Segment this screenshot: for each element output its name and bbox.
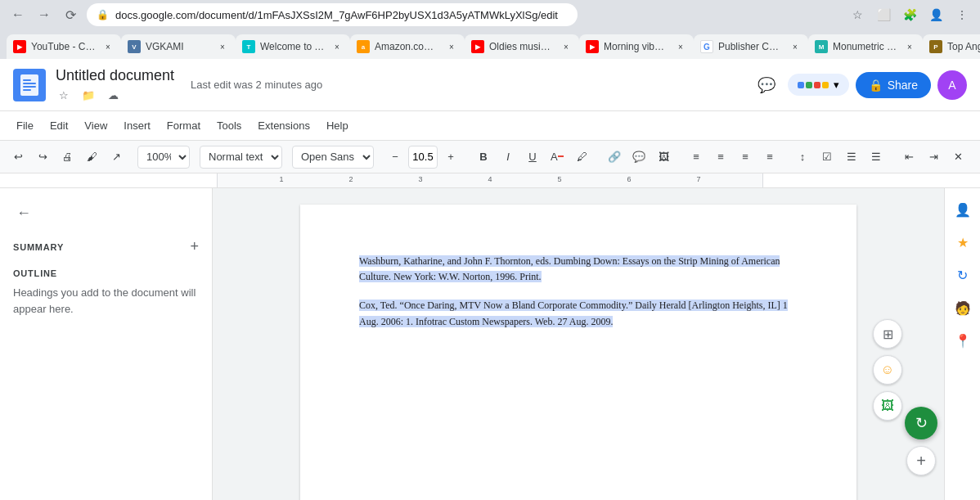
text-color-button[interactable]: A	[546, 145, 569, 169]
right-tool-refresh-circle-icon[interactable]: ↻	[948, 260, 978, 290]
sidebar-collapse-button[interactable]: ←	[13, 201, 34, 225]
tab-vk[interactable]: V VGKAMI ×	[121, 34, 236, 59]
numbered-list-button[interactable]: ☰	[865, 145, 888, 169]
sidebar-collapse-area: ←	[13, 201, 199, 225]
tab-close-az[interactable]: ×	[445, 40, 458, 53]
align-left-button[interactable]: ≡	[685, 145, 708, 169]
refresh-button[interactable]: ↻	[905, 407, 937, 439]
style-select[interactable]: Normal text	[200, 146, 282, 169]
tab-label-yt2: Oldies music playin...	[489, 41, 555, 52]
tab-pa[interactable]: P Top Angel Investors... ×	[923, 34, 980, 59]
bookmark-star-icon[interactable]: ☆	[846, 3, 869, 26]
menu-help[interactable]: Help	[320, 116, 355, 135]
menu-format[interactable]: Format	[160, 116, 207, 135]
highlight-button[interactable]: 🖊	[570, 145, 593, 169]
tab-yt3[interactable]: ▶ Morning vibes - Lof... ×	[579, 34, 694, 59]
tab-close-yt1[interactable]: ×	[101, 40, 115, 53]
tab-yt2[interactable]: ▶ Oldies music playin... ×	[465, 34, 579, 59]
font-size-decrease-button[interactable]: −	[384, 145, 407, 169]
meet-button[interactable]: ▾	[788, 74, 849, 96]
share-button[interactable]: 🔒 Share	[856, 72, 931, 98]
summary-add-button[interactable]: +	[190, 238, 199, 255]
citation-1-text: Washburn, Katharine, and John F. Thornto…	[359, 255, 780, 282]
profile-icon[interactable]: 👤	[924, 3, 947, 26]
comment-button[interactable]: 💬	[627, 145, 650, 169]
bullet-list-button[interactable]: ☰	[840, 145, 863, 169]
menu-view[interactable]: View	[78, 116, 114, 135]
user-avatar[interactable]: A	[937, 70, 967, 100]
clear-formatting-button[interactable]: ✕	[946, 145, 969, 169]
add-emoji-float-button[interactable]: ☺	[873, 355, 902, 385]
font-size-input[interactable]	[408, 146, 438, 169]
extensions-icon[interactable]: 🧩	[898, 3, 921, 26]
add-image-float-button[interactable]: 🖼	[873, 391, 902, 421]
tab-close-yt3[interactable]: ×	[674, 40, 687, 53]
citation-2-text: Cox, Ted. “Once Daring, MTV Now a Bland …	[359, 300, 788, 327]
tab-close-vk[interactable]: ×	[216, 40, 229, 53]
cloud-save-button[interactable]: ☁	[105, 88, 122, 103]
url-text: docs.google.com/document/d/1mFAsJXSsI2M_…	[115, 9, 558, 21]
tab-az[interactable]: a Amazon.com Assoc... ×	[350, 34, 465, 59]
tab-close-ta[interactable]: ×	[330, 40, 344, 53]
menu-file[interactable]: File	[10, 116, 40, 135]
tab-ta[interactable]: T Welcome to Tanosh... ×	[236, 34, 350, 59]
outline-section: OUTLINE Headings you add to the document…	[13, 268, 199, 317]
print-button[interactable]: 🖨	[56, 145, 79, 169]
bold-button[interactable]: B	[472, 145, 495, 169]
checklist-button[interactable]: ☑	[816, 145, 838, 169]
back-button[interactable]: ←	[7, 3, 29, 26]
menu-edit[interactable]: Edit	[43, 116, 74, 135]
tab-favicon-ta: T	[242, 40, 255, 53]
main-area: ← SUMMARY + OUTLINE Headings you add to …	[0, 188, 980, 500]
reload-button[interactable]: ⟳	[59, 3, 82, 26]
doc-title[interactable]: Untitled document	[56, 67, 174, 84]
right-tool-star-icon[interactable]: ★	[948, 227, 978, 257]
lock-share-icon: 🔒	[869, 79, 883, 92]
decrease-indent-button[interactable]: ⇤	[897, 145, 920, 169]
link-button[interactable]: 🔗	[603, 145, 626, 169]
image-button[interactable]: 🖼	[652, 145, 675, 169]
tab-mc[interactable]: M Monumetric Console ×	[808, 34, 923, 59]
doc-area[interactable]: Washburn, Katharine, and John F. Thornto…	[213, 188, 944, 500]
menu-dots-icon[interactable]: ⋮	[951, 3, 973, 26]
right-tool-user-icon[interactable]: 👤	[948, 195, 978, 224]
menu-insert[interactable]: Insert	[117, 116, 157, 135]
italic-button[interactable]: I	[497, 145, 519, 169]
editing-mode-button[interactable]: ✏ ▾	[973, 145, 980, 169]
summary-section: SUMMARY +	[13, 238, 199, 255]
increase-indent-button[interactable]: ⇥	[922, 145, 945, 169]
right-tool-person-icon[interactable]: 🧑	[948, 293, 978, 322]
tab-label-pc: Publisher Center	[718, 41, 784, 52]
right-tool-location-icon[interactable]: 📍	[948, 326, 978, 355]
address-bar[interactable]: 🔒 docs.google.com/document/d/1mFAsJXSsI2…	[87, 3, 578, 26]
tab-favicon-mc: M	[815, 40, 828, 53]
align-justify-button[interactable]: ≡	[758, 145, 781, 169]
menu-extensions[interactable]: Extensions	[251, 116, 317, 135]
menu-tools[interactable]: Tools	[210, 116, 248, 135]
comment-history-button[interactable]: 💬	[752, 70, 781, 100]
docs-logo	[13, 69, 46, 101]
paint-format-button[interactable]: 🖌	[80, 145, 103, 169]
undo-button[interactable]: ↩	[7, 145, 29, 169]
zoom-select[interactable]: 100%	[137, 146, 190, 169]
underline-button[interactable]: U	[521, 145, 544, 169]
font-size-increase-button[interactable]: +	[439, 145, 462, 169]
tab-close-mc[interactable]: ×	[903, 40, 916, 53]
font-select[interactable]: Open Sans	[292, 146, 374, 169]
redo-button[interactable]: ↪	[31, 145, 54, 169]
align-right-button[interactable]: ≡	[734, 145, 757, 169]
tab-pc[interactable]: G Publisher Center ×	[694, 34, 808, 59]
add-button[interactable]: +	[906, 446, 936, 475]
share-label: Share	[888, 79, 918, 92]
forward-button[interactable]: →	[33, 3, 56, 26]
star-button[interactable]: ☆	[56, 88, 72, 103]
tab-close-yt2[interactable]: ×	[560, 40, 573, 53]
pointer-button[interactable]: ↗	[105, 145, 128, 169]
align-center-button[interactable]: ≡	[709, 145, 732, 169]
line-spacing-button[interactable]: ↕	[791, 145, 814, 169]
move-to-drive-button[interactable]: 📁	[79, 88, 98, 103]
add-comment-float-button[interactable]: ⊞	[873, 319, 902, 349]
tab-yt1[interactable]: ▶ YouTube - Chrono... ×	[7, 34, 121, 59]
screenshot-icon[interactable]: ⬜	[872, 3, 895, 26]
tab-close-pc[interactable]: ×	[789, 40, 802, 53]
